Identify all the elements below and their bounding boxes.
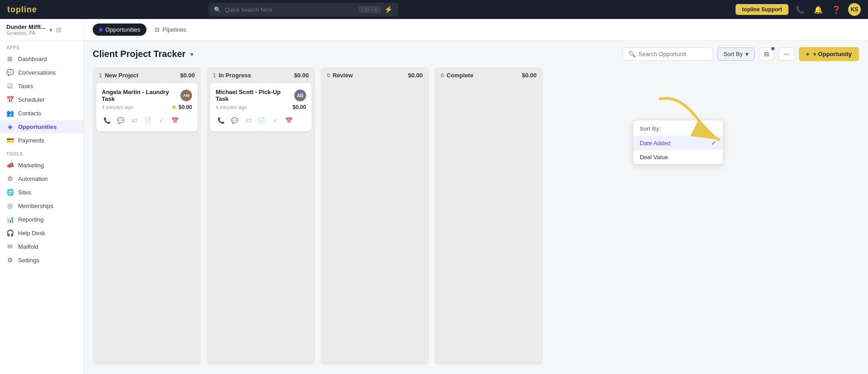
column-title: Complete: [447, 72, 519, 79]
notifications-button[interactable]: 🔔: [812, 3, 825, 16]
search-opportunities-input[interactable]: [638, 51, 707, 57]
sidebar-item-dashboard[interactable]: ⊞ Dashboard: [0, 52, 83, 66]
column-header-new-project: 1 New Project $0.00: [93, 67, 201, 83]
column-count: 1: [213, 72, 216, 79]
card-avatar-initials: AB: [294, 90, 306, 101]
help-button[interactable]: ❓: [830, 3, 843, 16]
sidebar-item-label: Scheduler: [18, 96, 45, 103]
sidebar-item-label: Memberships: [18, 203, 53, 209]
card-phone-button[interactable]: 📞: [102, 115, 113, 126]
card-check-button[interactable]: ✓: [156, 115, 167, 126]
search-icon: 🔍: [214, 6, 221, 13]
sidebar-item-scheduler[interactable]: 📅 Scheduler: [0, 93, 83, 106]
column-header-review: 0 Review $0.00: [321, 67, 429, 83]
automation-icon: ⚙: [6, 175, 14, 182]
workspace-location: Scranton, PA: [6, 30, 46, 36]
pipelines-icon: ⊟: [155, 26, 160, 33]
filter-button[interactable]: ⊟: [759, 47, 774, 61]
kanban-column-complete: 0 Complete $0.00: [434, 67, 543, 365]
card-chat-button[interactable]: 💬: [229, 115, 240, 126]
sidebar-item-memberships[interactable]: ◎ Memberships: [0, 199, 83, 213]
pipeline-dropdown-button[interactable]: ▾: [190, 51, 193, 58]
sidebar-item-marketing[interactable]: 📣 Marketing: [0, 158, 83, 172]
user-avatar-button[interactable]: KS: [848, 3, 861, 16]
card-tag-button[interactable]: 🏷: [129, 115, 140, 126]
card-actions: 📞 💬 🏷 📄 ✓ 📅: [216, 115, 306, 126]
global-search-bar[interactable]: 🔍 Ctrl + K ⚡: [208, 3, 398, 16]
card-tag-button[interactable]: 🏷: [243, 115, 254, 126]
sidebar-item-label: Mailfold: [18, 243, 38, 250]
sidebar-item-label: Opportunities: [18, 123, 57, 130]
card-meta: 4 minutes ago $0.00: [216, 104, 306, 110]
opportunities-icon: ◈: [6, 123, 14, 130]
pipeline-title: Client Project Tracker: [93, 49, 186, 59]
opportunities-tab[interactable]: Opportunities: [93, 24, 146, 36]
card-actions: 📞 💬 🏷 📄 ✓ 📅: [102, 115, 192, 126]
column-header-complete: 0 Complete $0.00: [434, 67, 543, 83]
column-cards-in-progress: Michael Scott - Pick-Up Task AB 4 minute…: [207, 83, 315, 365]
sort-by-button[interactable]: Sort By ▾: [717, 47, 755, 61]
mailfold-icon: ✉: [6, 243, 14, 250]
global-search-input[interactable]: [225, 6, 355, 13]
card-chat-button[interactable]: 💬: [115, 115, 126, 126]
card-check-button[interactable]: ✓: [270, 115, 281, 126]
workspace-header[interactable]: Dunder Miffl... Scranton, PA ▾ ⊟: [0, 19, 83, 41]
kanban-board: 1 New Project $0.00 Angela Martin - Laun…: [84, 67, 868, 374]
main-layout: Dunder Miffl... Scranton, PA ▾ ⊟ Apps ⊞ …: [0, 19, 868, 374]
column-amount: $0.00: [180, 72, 195, 79]
sidebar-item-conversations[interactable]: 💬 Conversations: [0, 66, 83, 79]
sidebar-item-reporting[interactable]: 📊 Reporting: [0, 213, 83, 226]
card-amount: $0.00: [179, 104, 192, 110]
column-title: New Project: [105, 72, 178, 79]
sidebar-item-opportunities[interactable]: ◈ Opportunities: [0, 120, 83, 133]
phone-nav-button[interactable]: 📞: [794, 3, 807, 16]
card-phone-button[interactable]: 📞: [216, 115, 226, 126]
column-amount: $0.00: [408, 72, 423, 79]
sidebar-item-contacts[interactable]: 👥 Contacts: [0, 106, 83, 120]
settings-icon: ⚙: [6, 256, 14, 264]
sidebar-item-payments[interactable]: 💳 Payments: [0, 133, 83, 147]
add-opportunity-button[interactable]: + + Opportunity: [799, 47, 859, 61]
support-button[interactable]: topline Support: [736, 4, 788, 15]
card-calendar-button[interactable]: 📅: [170, 115, 180, 126]
sidebar-item-label: Conversations: [18, 69, 56, 76]
pipelines-tab[interactable]: ⊟ Pipelines: [148, 24, 193, 36]
sidebar: Dunder Miffl... Scranton, PA ▾ ⊟ Apps ⊞ …: [0, 19, 84, 374]
sidebar-item-label: Tasks: [18, 83, 33, 90]
column-header-in-progress: 1 In Progress $0.00: [207, 67, 315, 83]
apps-section-label: Apps: [0, 41, 83, 52]
more-icon: ⋯: [783, 51, 789, 57]
sidebar-item-sites[interactable]: 🌐 Sites: [0, 185, 83, 199]
card-title: Michael Scott - Pick-Up Task: [216, 89, 294, 102]
sidebar-item-automation[interactable]: ⚙ Automation: [0, 172, 83, 185]
card-title: Angela Martin - Laundry Task: [102, 89, 180, 102]
sub-nav: Opportunities ⊟ Pipelines: [84, 19, 868, 41]
top-nav: topline 🔍 Ctrl + K ⚡ topline Support 📞 🔔…: [0, 0, 868, 19]
column-count: 0: [327, 72, 330, 79]
reporting-icon: 📊: [6, 216, 14, 223]
workspace-dropdown-button[interactable]: ▾: [49, 26, 52, 33]
sidebar-item-label: Contacts: [18, 110, 41, 117]
card-status-dot: [172, 105, 176, 109]
column-amount: $0.00: [294, 72, 309, 79]
card-calendar-button[interactable]: 📅: [283, 115, 294, 126]
column-cards-complete: [434, 83, 543, 365]
sidebar-item-mailfold[interactable]: ✉ Mailfold: [0, 240, 83, 253]
sidebar-item-label: Payments: [18, 137, 44, 144]
sidebar-item-helpdesk[interactable]: 🎧 Help Desk: [0, 226, 83, 240]
sidebar-item-tasks[interactable]: ☑ Tasks: [0, 79, 83, 93]
sidebar-collapse-button[interactable]: ⊟: [56, 26, 61, 33]
pipeline-actions: 🔍 Sort By ▾ ⊟ ⋯ + + Opportunity: [623, 47, 859, 61]
search-opportunities-bar[interactable]: 🔍: [623, 47, 713, 61]
sort-option-date-added[interactable]: Date Added ✓: [633, 136, 723, 150]
sidebar-item-settings[interactable]: ⚙ Settings: [0, 253, 83, 267]
sidebar-item-label: Automation: [18, 175, 48, 182]
sort-option-label: Date Added: [640, 140, 708, 147]
sidebar-item-label: Reporting: [18, 216, 43, 223]
card-file-button[interactable]: 📄: [142, 115, 153, 126]
opportunities-dot: [99, 28, 103, 32]
kanban-column-new-project: 1 New Project $0.00 Angela Martin - Laun…: [93, 67, 201, 365]
more-options-button[interactable]: ⋯: [778, 47, 794, 61]
card-file-button[interactable]: 📄: [256, 115, 267, 126]
sort-option-deal-value[interactable]: Deal Value: [633, 150, 723, 164]
